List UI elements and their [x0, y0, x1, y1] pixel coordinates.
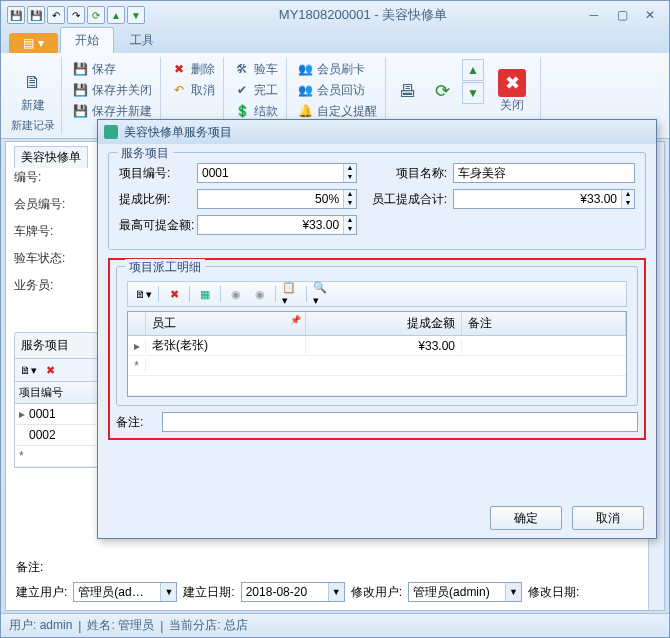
- qat-undo-icon[interactable]: ↶: [47, 6, 65, 24]
- dt-prev-button[interactable]: ◉: [251, 285, 269, 303]
- modify-user-input[interactable]: [409, 583, 505, 601]
- dt-delete-button[interactable]: ✖: [165, 285, 183, 303]
- services-toolbar: 🗎▾ ✖: [14, 358, 98, 382]
- dt-first-button[interactable]: ◉: [227, 285, 245, 303]
- dt-copy-button[interactable]: ▦: [196, 285, 214, 303]
- save-button[interactable]: 💾保存: [70, 59, 154, 79]
- dlg-cancel-button[interactable]: 取消: [572, 506, 644, 530]
- create-user-combo[interactable]: ▼: [73, 582, 177, 602]
- pin-icon[interactable]: 📌: [290, 315, 301, 325]
- commission-total-input[interactable]: [454, 190, 621, 208]
- qat-redo-icon[interactable]: ↷: [67, 6, 85, 24]
- dt-search-button[interactable]: 🔍▾: [313, 285, 331, 303]
- create-date-input[interactable]: [242, 583, 328, 601]
- ratio-field[interactable]: ▲▼: [197, 189, 357, 209]
- chevron-down-icon[interactable]: ▼: [328, 583, 344, 601]
- maximize-button[interactable]: ▢: [611, 8, 633, 22]
- print-button[interactable]: 🖶: [394, 59, 422, 123]
- cancel-button[interactable]: ↶取消: [169, 80, 217, 100]
- window-controls: ─ ▢ ✕: [575, 8, 669, 22]
- proj-code-field[interactable]: ▲▼: [197, 163, 357, 183]
- dlg-remark-input[interactable]: [163, 413, 637, 431]
- table-row[interactable]: ▸ 老张(老张) ¥33.00: [128, 336, 626, 356]
- complete-button[interactable]: ✔完工: [232, 80, 280, 100]
- qat-down-icon[interactable]: ▼: [127, 6, 145, 24]
- svc-col-header: 项目编号: [15, 382, 97, 404]
- services-tab[interactable]: 服务项目: [14, 332, 98, 358]
- status-user: 用户: admin: [9, 617, 72, 634]
- create-user-input[interactable]: [74, 583, 160, 601]
- spin-down-icon[interactable]: ▼: [344, 225, 356, 234]
- spin-up-icon[interactable]: ▲: [344, 216, 356, 225]
- group2-title: 项目派工明细: [125, 259, 205, 276]
- table-row-new[interactable]: *: [128, 356, 626, 376]
- label-code: 编号:: [14, 164, 92, 191]
- spin-down-icon[interactable]: ▼: [344, 199, 356, 208]
- delete-button[interactable]: ✖删除: [169, 59, 217, 79]
- member-card-button[interactable]: 👥会员刷卡: [295, 59, 379, 79]
- nav-down-button[interactable]: ▼: [462, 82, 484, 104]
- new-label: 新建: [21, 97, 45, 114]
- inspect-button[interactable]: 🛠验车: [232, 59, 280, 79]
- spin-down-icon[interactable]: ▼: [622, 199, 634, 208]
- dlg-remark-field[interactable]: [162, 412, 638, 432]
- modify-user-combo[interactable]: ▼: [408, 582, 522, 602]
- qat-saveclose-icon[interactable]: 💾: [27, 6, 45, 24]
- commission-total-field[interactable]: ▲▼: [453, 189, 635, 209]
- proj-code-input[interactable]: [198, 164, 343, 182]
- qat-save-icon[interactable]: 💾: [7, 6, 25, 24]
- spin-up-icon[interactable]: ▲: [344, 164, 356, 173]
- dialog-titlebar[interactable]: 美容快修单服务项目: [98, 120, 656, 144]
- dt-paste-button[interactable]: 📋▾: [282, 285, 300, 303]
- tab-tools[interactable]: 工具: [116, 28, 168, 53]
- complete-icon: ✔: [234, 82, 250, 98]
- label-commission-total: 员工提成合计:: [363, 191, 447, 208]
- file-menu-icon: ▤: [23, 36, 34, 50]
- nav-up-button[interactable]: ▲: [462, 59, 484, 81]
- settle-icon: 💲: [234, 103, 250, 119]
- group-new-label: 新建记录: [5, 117, 61, 134]
- table-row[interactable]: 0002: [15, 425, 97, 446]
- new-button[interactable]: 🗎 新建: [11, 59, 55, 123]
- ratio-input[interactable]: [198, 190, 343, 208]
- spin-up-icon[interactable]: ▲: [622, 190, 634, 199]
- card-icon: 👥: [297, 61, 313, 77]
- file-tab[interactable]: ▤ ▾: [9, 33, 58, 53]
- col-note[interactable]: 备注: [462, 312, 626, 335]
- save-close-button[interactable]: 💾保存并关闭: [70, 80, 154, 100]
- minimize-button[interactable]: ─: [583, 8, 605, 22]
- close-button[interactable]: ✕: [639, 8, 661, 22]
- max-field[interactable]: ▲▼: [197, 215, 357, 235]
- member-visit-button[interactable]: 👥会员回访: [295, 80, 379, 100]
- printer-icon: 🖶: [394, 77, 422, 105]
- spin-up-icon[interactable]: ▲: [344, 190, 356, 199]
- cell-employee[interactable]: 老张(老张): [146, 337, 306, 354]
- qat-up-icon[interactable]: ▲: [107, 6, 125, 24]
- col-amount[interactable]: 提成金额: [306, 312, 462, 335]
- table-row-new[interactable]: *: [15, 446, 97, 467]
- cell-amount[interactable]: ¥33.00: [306, 339, 462, 353]
- proj-name-input[interactable]: [454, 164, 634, 182]
- proj-name-field[interactable]: [453, 163, 635, 183]
- create-date-combo[interactable]: ▼: [241, 582, 345, 602]
- chevron-down-icon[interactable]: ▼: [160, 583, 176, 601]
- max-input[interactable]: [198, 216, 343, 234]
- close-doc-button[interactable]: ✖关闭: [490, 59, 534, 123]
- svc-del-button[interactable]: ✖: [41, 361, 59, 379]
- spin-down-icon[interactable]: ▼: [344, 173, 356, 182]
- group-service-item: 服务项目 项目编号: ▲▼ 项目名称: 提成比例: ▲▼ 员工提成合计: ▲▼ …: [108, 152, 646, 250]
- dt-new-button[interactable]: 🗎▾: [134, 285, 152, 303]
- refresh-button[interactable]: ⟳: [428, 59, 456, 123]
- ok-button[interactable]: 确定: [490, 506, 562, 530]
- col-employee[interactable]: 员工📌: [146, 312, 306, 335]
- table-row[interactable]: ▸0001: [15, 404, 97, 425]
- tab-start[interactable]: 开始: [60, 27, 114, 53]
- custom-remind-button[interactable]: 🔔自定义提醒: [295, 101, 379, 121]
- services-panel: 服务项目 🗎▾ ✖ 项目编号 ▸0001 0002 *: [14, 332, 98, 468]
- label-create-date: 建立日期:: [183, 584, 234, 601]
- chevron-down-icon[interactable]: ▼: [505, 583, 521, 601]
- settle-button[interactable]: 💲结款: [232, 101, 280, 121]
- qat-refresh-icon[interactable]: ⟳: [87, 6, 105, 24]
- save-new-button[interactable]: 💾保存并新建: [70, 101, 154, 121]
- svc-new-button[interactable]: 🗎▾: [19, 361, 37, 379]
